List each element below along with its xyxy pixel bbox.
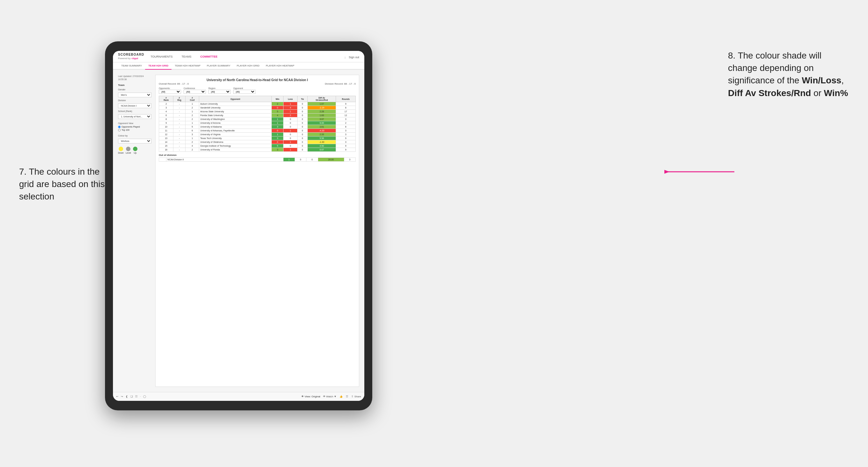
col-reg: #Reg (174, 96, 186, 102)
sidebar-school-dropdown[interactable]: 1. University of Nort... (118, 114, 151, 119)
toolbar-copy[interactable]: ❏ (130, 395, 133, 398)
sign-out-label[interactable]: Sign out (349, 56, 359, 59)
cell-win: 1 (272, 133, 283, 136)
cell-rank: 8 (159, 117, 174, 121)
cell-reg: - (174, 125, 186, 129)
cell-tie: 0 (297, 144, 307, 148)
cell-conf: 5 (186, 125, 199, 129)
nav-teams[interactable]: TEAMS (180, 55, 193, 58)
cell-rank: 15 (159, 144, 174, 148)
table-body: 2 - 1 Auburn University 2 1 0 1.67 9 3 -… (159, 102, 356, 152)
overall-record: Overall Record: 89 - 17 - 0 (159, 83, 189, 85)
cell-reg: - (174, 117, 186, 121)
cell-rank: 13 (159, 136, 174, 140)
toolbar-redo[interactable]: ↪ (121, 395, 123, 398)
cell-loss: 0 (283, 121, 298, 125)
cell-tie: 0 (297, 129, 307, 133)
toolbar-undo[interactable]: ↩ (116, 395, 118, 398)
table-row: 13 - 1 Texas Tech University 3 0 0 5.56 … (159, 136, 356, 140)
cell-tie: 0 (297, 148, 307, 152)
cell-team: University of Virginia (199, 133, 272, 136)
cell-reg: - (174, 136, 186, 140)
table-row: 16 - 2 University of Florida 3 1 0 6.67 … (159, 148, 356, 152)
sign-out[interactable]: | Sign out (345, 54, 359, 60)
toolbar-clock[interactable]: ◯ (143, 395, 146, 398)
company-label: clippd (131, 57, 138, 60)
subnav-player-h2h-heatmap[interactable]: PLAYER H2H HEATMAP (262, 62, 298, 70)
sidebar-gender-label: Gender (118, 88, 151, 91)
watch-label: Watch (326, 395, 333, 398)
radio-opponents-played-input[interactable] (118, 126, 121, 128)
sidebar-gender-dropdown[interactable]: Men's (118, 93, 151, 97)
cell-win: 4 (272, 114, 283, 117)
cell-conf: 4 (186, 144, 199, 148)
filter-opponents-dropdown[interactable]: (All) (159, 90, 181, 94)
cell-tie: 0 (297, 114, 307, 117)
subnav-player-summary[interactable]: PLAYER SUMMARY (204, 62, 234, 70)
ood-win: 1 (283, 158, 294, 162)
filter-region-dropdown[interactable]: (All) (209, 90, 231, 94)
cell-diff: 5.56 (308, 136, 336, 140)
toolbar-back[interactable]: ❰ (126, 395, 128, 398)
ood-team: NCAA Division II (166, 158, 283, 162)
tablet-frame: SCOREBOARD Powered by clippd TOURNAMENTS… (105, 41, 372, 410)
radio-top100-input[interactable] (118, 129, 121, 131)
cell-loss: 1 (283, 148, 298, 152)
cell-reg: - (174, 110, 186, 114)
data-table: #Rank #Reg #Conf Opponent Win Loss Tie D… (159, 96, 356, 152)
cell-loss: 4 (283, 106, 298, 110)
cell-reg: - (174, 140, 186, 144)
subnav-team-summary[interactable]: TEAM SUMMARY (118, 62, 145, 70)
filter-region-label: Region (209, 87, 231, 89)
nav-tournaments[interactable]: TOURNAMENTS (149, 55, 174, 58)
subnav-team-h2h-grid[interactable]: TEAM H2H GRID (145, 62, 172, 70)
filter-conference-dropdown[interactable]: (All) (184, 90, 206, 94)
subnav-player-h2h-grid[interactable]: PLAYER H2H GRID (234, 62, 262, 70)
sidebar-team-label: Team (118, 84, 151, 87)
annotation-left-text: 7. The colours in the grid are based on … (19, 167, 105, 201)
filter-group-conference: Conference (All) (184, 87, 206, 94)
filter-opponent-dropdown[interactable]: (All) (233, 90, 255, 94)
cell-conf: 2 (186, 148, 199, 152)
sub-nav: TEAM SUMMARY TEAM H2H GRID TEAM H2H HEAT… (113, 62, 364, 70)
toolbar-thumbsup[interactable]: 👍 (340, 395, 343, 398)
cell-team: Texas Tech University (199, 136, 272, 140)
cell-win: 1 (272, 117, 283, 121)
filter-row: Opponents: (All) Conference (All) Region (159, 87, 356, 94)
cell-rounds: 9 (336, 144, 356, 148)
app-logo: SCOREBOARD Powered by clippd (118, 53, 144, 60)
sidebar-division-label: Division (118, 99, 151, 101)
out-of-division-label: Out of division (159, 154, 356, 157)
nav-committee[interactable]: COMMITTEE (199, 55, 219, 58)
cell-win: 2 (272, 102, 283, 106)
table-header-row: #Rank #Reg #Conf Opponent Win Loss Tie D… (159, 96, 356, 102)
bottom-toolbar: ↩ ↪ ❰ ❏ ☷ · ◯ 👁 View: Original 👁 Watch ▼… (113, 392, 364, 401)
view-label-text: View: Original (305, 395, 320, 398)
cell-diff: 4.50 (308, 144, 336, 148)
toolbar-grid-action[interactable]: ☷ (346, 395, 348, 398)
radio-top100[interactable]: Top 100 (118, 129, 151, 131)
subnav-team-h2h-heatmap[interactable]: TEAM H2H HEATMAP (172, 62, 204, 70)
cell-rank: 2 (159, 102, 174, 106)
table-row: 4 - 1 Arizona State University 5 1 0 2.2… (159, 110, 356, 114)
sidebar-division-dropdown[interactable]: NCAA Division I (118, 103, 151, 108)
cell-diff: 2.28 (308, 110, 336, 114)
filter-conference-label: Conference (184, 87, 206, 89)
cell-reg: - (174, 106, 186, 110)
cell-rounds: 12 (336, 114, 356, 117)
table-row: 8 - 2 University of Washington 1 0 0 3.6… (159, 117, 356, 121)
cell-rank: 4 (159, 110, 174, 114)
cell-conf: 1 (186, 136, 199, 140)
cell-reg: - (174, 102, 186, 106)
sidebar-colour-by-dropdown[interactable]: Win/loss (118, 139, 151, 144)
cell-team: University of Arkansas, Fayetteville (199, 129, 272, 133)
radio-opponents-played[interactable]: Opponents Played (118, 126, 151, 128)
cell-win: 1 (272, 121, 283, 125)
toolbar-watch[interactable]: 👁 Watch ▼ (323, 395, 337, 398)
toolbar-grid-icon[interactable]: ☷ (135, 395, 137, 398)
cell-tie: 0 (297, 140, 307, 144)
table-row: 11 - 6 University of Arkansas, Fayettevi… (159, 129, 356, 133)
out-of-division-row: NCAA Division II 1 0 0 26.00 3 (159, 158, 356, 162)
out-of-division-table: NCAA Division II 1 0 0 26.00 3 (159, 157, 356, 162)
toolbar-share[interactable]: ⇧ Share (351, 395, 361, 398)
